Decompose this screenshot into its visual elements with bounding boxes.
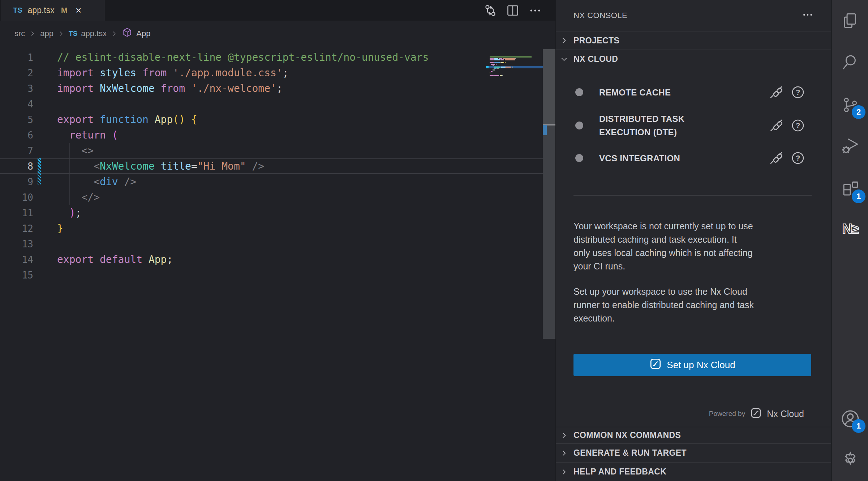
help-question-icon[interactable]: ? (791, 151, 805, 165)
activity-bar: 21N≥1 (831, 0, 868, 481)
status-dot (575, 154, 583, 162)
code-line-5[interactable]: 5export function App() { (0, 112, 543, 127)
split-editor-icon[interactable] (506, 3, 520, 18)
section-label: NX CLOUD (573, 54, 618, 64)
chevron-right-icon (560, 468, 568, 476)
feature-label: REMOTE CACHE (599, 86, 671, 99)
more-actions-icon[interactable] (528, 3, 542, 18)
code-lines: 1// eslint-disable-next-line @typescript… (0, 50, 543, 283)
line-number: 14 (0, 254, 33, 265)
setup-button-label: Set up Nx Cloud (667, 359, 735, 371)
code-line-11[interactable]: 11 ); (0, 205, 543, 221)
minimap-line (490, 59, 515, 60)
chevron-down-icon (560, 55, 568, 63)
breadcrumb-item-src[interactable]: src (14, 29, 25, 38)
section-projects[interactable]: PROJECTS (556, 31, 831, 50)
extensions-icon[interactable]: 1 (832, 172, 868, 207)
minimap-line (490, 62, 506, 63)
minimap-line (490, 68, 499, 69)
line-number: 12 (0, 223, 33, 234)
setup-nx-cloud-button[interactable]: Set up Nx Cloud (573, 354, 811, 376)
code-line-2[interactable]: 2import styles from './app.module.css'; (0, 65, 543, 81)
line-number: 3 (0, 83, 33, 94)
code-line-9[interactable]: 9 <div /> (0, 174, 543, 190)
minimap-line (490, 72, 490, 73)
section-label: GENERATE & RUN TARGET (573, 448, 687, 458)
run-debug-icon[interactable] (832, 128, 868, 163)
chevron-right-icon (560, 449, 568, 457)
overview-ruler-modified-marker (543, 125, 547, 135)
section-common-nx-commands[interactable]: COMMON NX COMMANDS (556, 427, 831, 443)
tab-label: app.tsx (28, 5, 55, 15)
line-number: 11 (0, 208, 33, 218)
workspace-status-text: Your workspace is not currently set up t… (573, 220, 819, 273)
panel-title: NX CONSOLE (573, 11, 627, 20)
minimap[interactable] (486, 51, 543, 127)
explorer-icon[interactable] (832, 3, 868, 38)
accounts-icon[interactable]: 1 (832, 401, 868, 436)
line-number: 6 (0, 130, 33, 141)
code-line-10[interactable]: 10 </> (0, 190, 543, 205)
breadcrumb-separator-icon (29, 30, 36, 37)
nx-console-icon[interactable]: N≥ (832, 212, 868, 246)
breadcrumb-separator-icon (58, 30, 64, 37)
breadcrumb-item-app-tsx[interactable]: TSapp.tsx (69, 29, 107, 38)
code-line-15[interactable]: 15 (0, 267, 543, 283)
panel-divider (573, 195, 812, 196)
code-line-13[interactable]: 13 (0, 236, 543, 252)
open-changes-icon[interactable] (483, 3, 498, 18)
line-number: 9 (0, 176, 33, 187)
code-line-1[interactable]: 1// eslint-disable-next-line @typescript… (0, 50, 543, 65)
line-number: 5 (0, 114, 33, 125)
svg-text:?: ? (796, 88, 800, 96)
feature-label: DISTRIBUTED TASK EXECUTION (DTE) (599, 112, 684, 139)
help-question-icon[interactable]: ? (791, 118, 805, 133)
code-line-7[interactable]: 7 <> (0, 143, 543, 158)
nx-cloud-brand-link[interactable]: Nx Cloud (767, 409, 804, 419)
panel-more-actions-icon[interactable] (802, 9, 814, 22)
code-editor[interactable]: 1// eslint-disable-next-line @typescript… (0, 47, 555, 481)
code-line-3[interactable]: 3import NxWelcome from './nx-welcome'; (0, 81, 543, 96)
feature-row-distributed-task: DISTRIBUTED TASK EXECUTION (DTE)? (556, 109, 831, 142)
minimap-line (490, 71, 493, 72)
typescript-file-icon: TS (13, 6, 22, 14)
line-number: 2 (0, 68, 33, 78)
help-question-icon[interactable]: ? (791, 85, 805, 99)
minimap-modified-marker (486, 66, 489, 68)
code-line-6[interactable]: 6 return ( (0, 127, 543, 143)
section-generate-run-target[interactable]: GENERATE & RUN TARGET (556, 443, 831, 462)
editor-scrollbar[interactable] (543, 49, 555, 481)
tab-app-tsx[interactable]: TS app.tsx M × (1, 0, 105, 21)
feature-row-vcs-integration: VCS INTEGRATION? (556, 148, 831, 168)
line-number: 8 (0, 161, 33, 172)
code-line-14[interactable]: 14export default App; (0, 252, 543, 267)
badge-count: 1 (852, 419, 865, 433)
powered-by: Powered by Nx Cloud (709, 406, 804, 422)
connect-plug-icon[interactable] (769, 118, 783, 133)
breadcrumb-item-app[interactable]: App (122, 27, 150, 40)
section-nx-cloud[interactable]: NX CLOUD (556, 50, 831, 68)
line-number: 4 (0, 99, 33, 110)
minimap-line (490, 64, 497, 65)
badge-count: 1 (852, 190, 865, 203)
connect-plug-icon[interactable] (769, 85, 783, 99)
connect-plug-icon[interactable] (769, 151, 783, 165)
code-line-4[interactable]: 4 (0, 96, 543, 112)
code-line-12[interactable]: 12} (0, 221, 543, 236)
breadcrumb: srcappTSapp.tsxApp (14, 21, 150, 47)
editor-actions (483, 0, 542, 21)
section-label: HELP AND FEEDBACK (573, 467, 666, 477)
search-icon[interactable] (832, 45, 868, 80)
setup-hint-text: Set up your workspace to use the Nx Clou… (573, 285, 819, 325)
scrollbar-slider[interactable] (543, 49, 555, 124)
status-dot (575, 122, 583, 129)
minimap-line (490, 67, 513, 68)
section-help-and-feedback[interactable]: HELP AND FEEDBACK (556, 462, 831, 481)
source-control-icon[interactable]: 2 (832, 88, 868, 122)
close-tab-icon[interactable]: × (76, 5, 81, 16)
scrollbar-track[interactable] (543, 125, 555, 339)
breadcrumb-item-app[interactable]: app (40, 29, 53, 38)
settings-icon[interactable] (832, 443, 868, 478)
gutter-modified-marker (38, 158, 41, 184)
code-line-8[interactable]: 8 <NxWelcome title="Hi Mom" /> (0, 158, 543, 174)
